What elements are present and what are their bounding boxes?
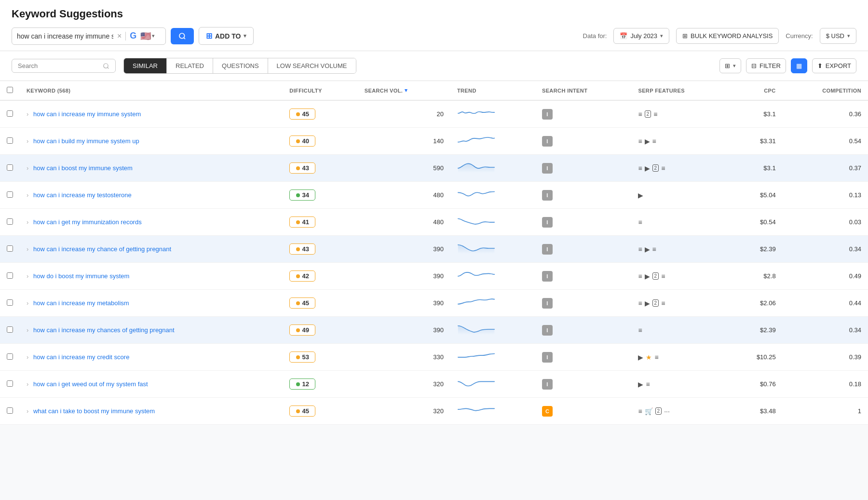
keyword-text[interactable]: how can i build my immune system up bbox=[33, 137, 139, 145]
add-to-button[interactable]: ⊞ ADD TO ▾ bbox=[199, 27, 254, 45]
search-button[interactable] bbox=[171, 28, 194, 44]
bulk-keyword-analysis-button[interactable]: ⊞ BULK KEYWORD ANALYSIS bbox=[676, 28, 779, 44]
expand-chevron-icon[interactable]: › bbox=[27, 353, 28, 361]
keyword-expand-cell: › how can i get my immunization records bbox=[20, 209, 283, 236]
difficulty-cell: 40 bbox=[283, 128, 357, 155]
keyword-search-input[interactable] bbox=[18, 62, 99, 69]
chart-view-button[interactable]: ▦ bbox=[791, 58, 807, 73]
difficulty-value: 43 bbox=[302, 245, 309, 253]
toolbar-right-controls: ⊞ ▾ ⊟ FILTER ▦ ⬆ EXPORT bbox=[719, 58, 856, 73]
keyword-text[interactable]: how can i increase my testosterone bbox=[33, 191, 132, 199]
keyword-text[interactable]: how can i increase my immune system bbox=[33, 110, 141, 118]
row-checkbox-10[interactable] bbox=[7, 380, 13, 387]
clear-search-icon[interactable]: × bbox=[117, 32, 122, 41]
expand-chevron-icon[interactable]: › bbox=[27, 164, 28, 172]
difficulty-badge: 43 bbox=[289, 243, 315, 255]
keyword-text[interactable]: how do i boost my immune system bbox=[33, 272, 129, 280]
expand-chevron-icon[interactable]: › bbox=[27, 191, 28, 199]
trend-chart bbox=[457, 295, 496, 310]
serp-icons-group: ▶★≡ bbox=[638, 353, 722, 361]
search-vol-cell: 20 bbox=[358, 100, 450, 128]
keyword-text[interactable]: what can i take to boost my immune syste… bbox=[33, 407, 155, 415]
row-checkbox-3[interactable] bbox=[7, 191, 13, 198]
difficulty-badge: 49 bbox=[289, 324, 315, 336]
date-chevron-icon: ▾ bbox=[660, 33, 663, 39]
serp-basket-icon: 🛒 bbox=[645, 407, 653, 415]
main-search-input[interactable] bbox=[17, 32, 113, 40]
difficulty-badge: 53 bbox=[289, 351, 315, 363]
row-checkbox-1[interactable] bbox=[7, 137, 13, 144]
intent-cell: I bbox=[535, 209, 632, 236]
serp-dots-icon: ··· bbox=[664, 407, 670, 415]
row-checkbox-2[interactable] bbox=[7, 164, 13, 171]
keyword-text[interactable]: how can i increase my metabolism bbox=[33, 299, 129, 307]
row-checkbox-0[interactable] bbox=[7, 110, 13, 117]
row-checkbox-4[interactable] bbox=[7, 218, 13, 225]
table-row: › how can i boost my immune system 43 59… bbox=[0, 155, 868, 182]
keyword-text[interactable]: how can i get weed out of my system fast bbox=[33, 380, 148, 388]
currency-selector-button[interactable]: $ USD ▾ bbox=[820, 28, 856, 44]
serp-features-cell: ≡ bbox=[631, 317, 729, 344]
tab-related[interactable]: RELATED bbox=[167, 58, 213, 73]
difficulty-value: 34 bbox=[302, 191, 309, 199]
keyword-search-filter bbox=[12, 59, 116, 73]
tab-similar[interactable]: SIMILAR bbox=[124, 58, 167, 73]
keyword-text[interactable]: how can i boost my immune system bbox=[33, 164, 133, 172]
intent-badge: I bbox=[542, 217, 553, 228]
trend-chart bbox=[457, 160, 496, 175]
country-flag-dropdown[interactable]: 🇺🇸 ▾ bbox=[140, 31, 155, 41]
serp-lines-icon: ≡ bbox=[646, 380, 650, 388]
competition-cell: 0.49 bbox=[783, 263, 868, 290]
expand-chevron-icon[interactable]: › bbox=[27, 272, 28, 280]
intent-badge: C bbox=[542, 406, 553, 417]
columns-toggle-button[interactable]: ⊞ ▾ bbox=[719, 58, 741, 73]
keyword-text[interactable]: how can i increase my chance of getting … bbox=[33, 245, 171, 253]
filter-button[interactable]: ⊟ FILTER bbox=[746, 58, 786, 73]
cpc-cell: $2.39 bbox=[729, 317, 782, 344]
expand-chevron-icon[interactable]: › bbox=[27, 407, 28, 415]
th-cpc: CPC bbox=[729, 81, 782, 100]
serp-lines-icon: ≡ bbox=[638, 407, 642, 415]
row-checkbox-6[interactable] bbox=[7, 272, 13, 279]
intent-cell: I bbox=[535, 371, 632, 398]
trend-chart bbox=[457, 403, 496, 418]
row-checkbox-11[interactable] bbox=[7, 407, 13, 414]
intent-cell: I bbox=[535, 317, 632, 344]
expand-chevron-icon[interactable]: › bbox=[27, 218, 28, 226]
serp-lines-icon: ≡ bbox=[638, 326, 642, 334]
date-selector-button[interactable]: 📅 July 2023 ▾ bbox=[613, 28, 669, 44]
add-to-label: ADD TO bbox=[215, 32, 241, 40]
tab-questions[interactable]: QUESTIONS bbox=[213, 58, 268, 73]
difficulty-cell: 43 bbox=[283, 236, 357, 263]
keyword-text[interactable]: how can i increase my chances of getting… bbox=[33, 326, 175, 334]
serp-icons-group: ≡▶2≡ bbox=[638, 164, 722, 172]
keyword-text[interactable]: how can i get my immunization records bbox=[33, 218, 142, 226]
trend-cell bbox=[450, 344, 535, 371]
flag-icon: 🇺🇸 bbox=[140, 31, 151, 41]
export-button[interactable]: ⬆ EXPORT bbox=[812, 58, 856, 73]
search-vol-cell: 320 bbox=[358, 398, 450, 425]
row-checkbox-cell bbox=[0, 236, 20, 263]
expand-chevron-icon[interactable]: › bbox=[27, 299, 28, 307]
th-search-vol[interactable]: SEARCH VOL. ▾ bbox=[358, 81, 450, 100]
expand-chevron-icon[interactable]: › bbox=[27, 137, 28, 145]
serp-icons-group: ≡▶≡ bbox=[638, 245, 722, 253]
row-checkbox-8[interactable] bbox=[7, 326, 13, 333]
tab-low-search-volume[interactable]: LOW SEARCH VOLUME bbox=[268, 58, 356, 73]
select-all-checkbox[interactable] bbox=[7, 87, 13, 93]
row-checkbox-7[interactable] bbox=[7, 299, 13, 306]
row-checkbox-5[interactable] bbox=[7, 245, 13, 252]
expand-chevron-icon[interactable]: › bbox=[27, 110, 28, 118]
keyword-text[interactable]: how can i increase my credit score bbox=[33, 353, 129, 361]
serp-lines-icon: ≡ bbox=[638, 218, 642, 226]
expand-chevron-icon[interactable]: › bbox=[27, 245, 28, 253]
export-label: EXPORT bbox=[826, 62, 851, 69]
intent-cell: I bbox=[535, 182, 632, 209]
table-row: › how can i increase my chances of getti… bbox=[0, 317, 868, 344]
row-checkbox-cell bbox=[0, 128, 20, 155]
expand-chevron-icon[interactable]: › bbox=[27, 380, 28, 388]
row-checkbox-9[interactable] bbox=[7, 353, 13, 360]
trend-cell bbox=[450, 182, 535, 209]
difficulty-value: 45 bbox=[302, 110, 309, 118]
expand-chevron-icon[interactable]: › bbox=[27, 326, 28, 334]
